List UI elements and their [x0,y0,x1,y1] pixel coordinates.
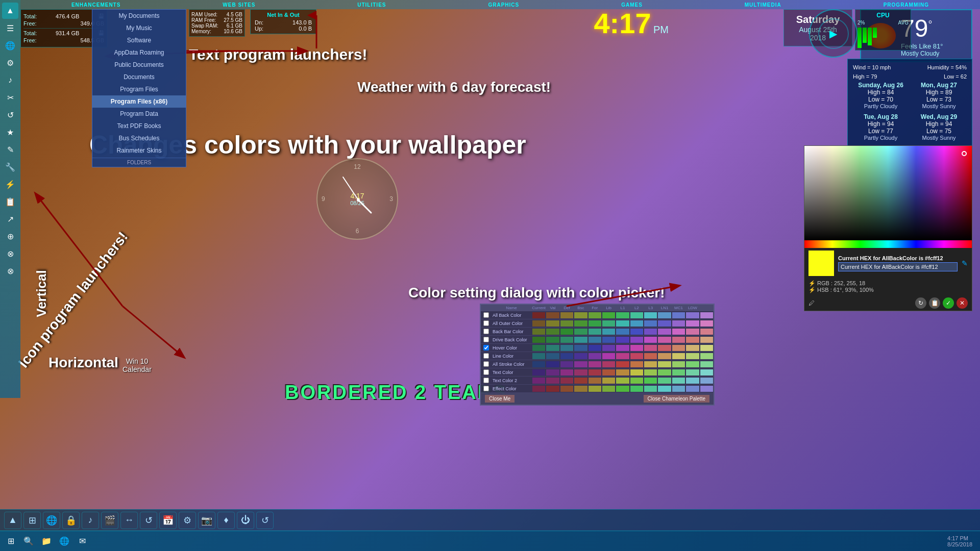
strip-icon-film[interactable]: 🎬 [101,512,118,529]
sidebar-icon-9[interactable]: 🔧 [2,159,18,175]
taskbar-browser[interactable]: 🌐 [56,533,72,549]
cs-color-cell[interactable] [560,329,573,335]
cs-color-cell[interactable] [616,386,629,392]
cs-color-cell[interactable] [532,329,545,335]
cs-color-cell[interactable] [546,329,559,335]
cs-color-cell[interactable] [658,369,671,375]
cs-color-cell[interactable] [574,386,587,392]
dropdown-my-music[interactable]: My Music [92,22,186,34]
taskbar-mail[interactable]: ✉ [74,533,90,549]
strip-icon-camera[interactable]: 📷 [198,512,215,529]
copy-color-button[interactable]: 📋 [929,297,940,309]
dropdown-appdata[interactable]: AppData Roaming [92,46,186,59]
cs-color-cell[interactable] [672,320,685,327]
cs-color-cell[interactable] [686,369,699,375]
cs-color-cell[interactable] [700,312,713,318]
cs-color-cell[interactable] [658,361,671,367]
cs-row-checkbox[interactable] [483,369,489,375]
cs-color-cell[interactable] [589,378,601,384]
cs-color-cell[interactable] [672,378,685,384]
cs-color-cell[interactable] [602,329,615,335]
cs-color-cell[interactable] [644,353,657,359]
sidebar-icon-12[interactable]: ↗ [2,211,18,227]
cs-color-cell[interactable] [616,353,629,359]
cs-color-cell[interactable] [532,320,545,327]
cs-color-cell[interactable] [616,345,629,351]
cs-color-cell[interactable] [574,329,587,335]
cs-color-cell[interactable] [574,320,587,327]
sidebar-icon-7[interactable]: ★ [2,124,18,140]
dropdown-bus-schedules[interactable]: Bus Schedules [92,132,186,144]
cs-color-cell[interactable] [616,329,629,335]
cs-color-cell[interactable] [644,386,657,392]
nav-websites[interactable]: WEB SITES [212,2,265,8]
cs-color-cell[interactable] [616,361,629,367]
cs-color-cell[interactable] [616,337,629,343]
cs-color-cell[interactable] [546,386,559,392]
strip-icon-up[interactable]: ▲ [4,512,21,529]
cs-color-cell[interactable] [658,345,671,351]
cs-color-cell[interactable] [574,337,587,343]
cs-color-cell[interactable] [672,329,685,335]
strip-icon-loop[interactable]: ↺ [256,512,274,529]
cs-color-cell[interactable] [546,312,559,318]
cs-row-checkbox[interactable] [483,378,489,383]
close-color-picker-button[interactable]: ✕ [957,297,968,309]
sidebar-icon-13[interactable]: ⊕ [2,228,18,244]
dropdown-text-pdf[interactable]: Text PDF Books [92,120,186,132]
cs-color-cell[interactable] [644,329,657,335]
sidebar-icon-10[interactable]: ⚡ [2,176,18,192]
cs-color-cell[interactable] [532,369,545,375]
cs-color-cell[interactable] [700,345,713,351]
cs-row-checkbox[interactable] [483,386,489,391]
sidebar-icon-2[interactable]: 🌐 [2,37,18,54]
cs-color-cell[interactable] [644,337,657,343]
nav-programming[interactable]: PROGRAMMING [873,2,939,8]
strip-icon-diamond[interactable]: ♦ [217,512,235,529]
cs-color-cell[interactable] [546,320,559,327]
cs-color-cell[interactable] [700,378,713,384]
cs-color-cell[interactable] [700,329,713,335]
cs-row-checkbox[interactable] [483,337,489,342]
cs-color-cell[interactable] [686,378,699,384]
nav-multimedia[interactable]: MULTIMEDIA [734,2,792,8]
cs-color-cell[interactable] [560,320,573,327]
color-gradient-picker[interactable] [804,146,972,240]
cs-color-cell[interactable] [560,337,573,343]
cs-color-cell[interactable] [686,320,699,327]
cs-color-cell[interactable] [686,345,699,351]
strip-icon-refresh[interactable]: ↺ [140,512,157,529]
dropdown-public-docs[interactable]: Public Documents [92,59,186,71]
cs-color-cell[interactable] [532,353,545,359]
start-button[interactable]: ⊞ [3,533,19,549]
cs-color-cell[interactable] [658,320,671,327]
cs-color-cell[interactable] [589,345,601,351]
cs-color-cell[interactable] [686,386,699,392]
close-palette-button[interactable]: Close Chameleon Palette [644,395,709,403]
close-me-button[interactable]: Close Me [485,395,514,403]
cs-color-cell[interactable] [532,337,545,343]
cs-color-cell[interactable] [532,361,545,367]
cs-color-cell[interactable] [589,320,601,327]
cs-color-cell[interactable] [630,361,643,367]
sidebar-icon-15[interactable]: ⊗ [2,263,18,279]
cs-color-cell[interactable] [589,329,601,335]
cs-color-cell[interactable] [560,378,573,384]
strip-icon-grid[interactable]: ⊞ [23,512,41,529]
cs-color-cell[interactable] [658,386,671,392]
cs-color-cell[interactable] [602,369,615,375]
cs-color-cell[interactable] [574,353,587,359]
cs-color-cell[interactable] [700,337,713,343]
cs-color-cell[interactable] [616,320,629,327]
strip-icon-settings[interactable]: ⚙ [179,512,196,529]
dropdown-program-files-x86[interactable]: Program Files (x86) [92,95,186,108]
cs-color-cell[interactable] [560,369,573,375]
dropdown-documents[interactable]: Documents [92,71,186,83]
cs-color-cell[interactable] [644,361,657,367]
cs-color-cell[interactable] [574,378,587,384]
cs-color-cell[interactable] [602,378,615,384]
cs-color-cell[interactable] [546,369,559,375]
cs-color-cell[interactable] [630,329,643,335]
cs-color-cell[interactable] [658,353,671,359]
cs-color-cell[interactable] [658,378,671,384]
